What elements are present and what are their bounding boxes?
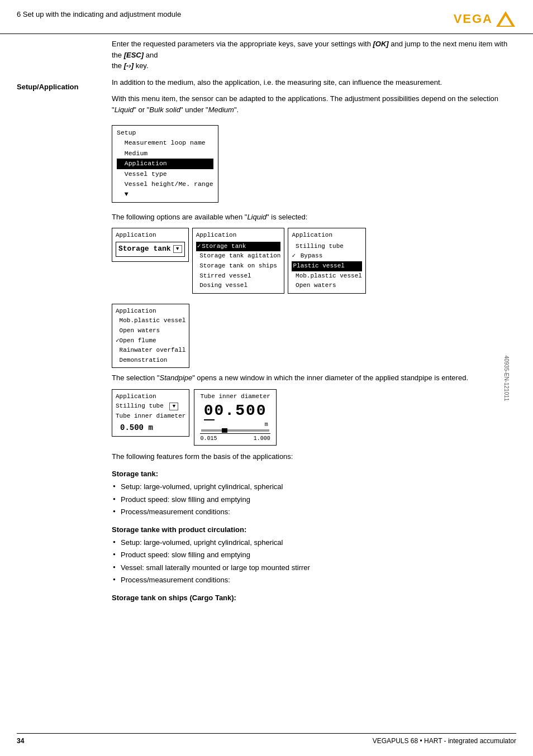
side-label-container: 40935-EN-121011 — [484, 112, 530, 644]
liquid-caption-label: Liquid — [247, 213, 266, 221]
tube-cursor: 0 — [204, 402, 215, 420]
app-panel-4-item-4[interactable]: Rainwater overfall — [116, 347, 185, 353]
sidebar-empty — [17, 39, 106, 77]
stilling-panel-left: Application Stilling tube ▼ Tube inner d… — [112, 389, 189, 437]
tube-diameter-panel: Tube inner diameter 00.500 m 0.015 1.000 — [194, 389, 276, 446]
app-panel-3-item-3[interactable]: Plastic vessel — [292, 261, 361, 271]
setup-menu-title: Setup — [117, 129, 136, 136]
app-panel-4-item-1[interactable]: Mob.plastic vessel — [116, 317, 185, 324]
stilling-dropdown-arrow-icon[interactable]: ▼ — [169, 403, 178, 410]
app-panel-3: Application Stilling tube Bypass Plastic… — [288, 228, 365, 294]
setup-menu-item-5: Vessel height/Me. range — [117, 180, 213, 188]
app-panel-3-item-1[interactable]: Stilling tube — [292, 242, 361, 252]
intro-paragraph: Enter the requested parameters via the a… — [112, 39, 516, 71]
app-panel-3-item-5[interactable]: Open waters — [292, 281, 361, 291]
stilling-dropdown-value: Stilling tube — [116, 403, 164, 409]
setup-p2-or: " or " — [134, 106, 149, 114]
setup-p2-under: " under " — [180, 106, 208, 114]
intro-text-before: Enter the requested parameters via the a… — [112, 40, 373, 48]
app-panel-2-item-1[interactable]: Storage tank — [196, 242, 281, 252]
bulk-solid-ref: Bulk solid — [149, 106, 180, 114]
app-panel-4-title: Application — [116, 307, 185, 317]
logo-icon — [495, 10, 516, 28]
storage-tank-heading: Storage tank: — [112, 470, 516, 478]
intro-and: and — [144, 51, 158, 59]
storage-tank-circ-bullet-1: Setup: large-volumed, upright cylindrica… — [112, 537, 516, 548]
stilling-tube-value: 0.500 m — [116, 422, 185, 434]
setup-menu-item-4: Vessel type — [117, 170, 167, 178]
tube-max: 1.000 — [254, 436, 270, 442]
tube-slider-thumb[interactable] — [222, 428, 227, 433]
setup-menu-item-1: Measurement loop name — [117, 139, 206, 146]
intro-text-block: Enter the requested parameters via the a… — [106, 39, 516, 77]
dropdown-arrow-icon[interactable]: ▼ — [173, 245, 182, 253]
tube-diameter-value: 00.500 — [200, 402, 270, 419]
tube-slider-track[interactable] — [201, 429, 269, 432]
app-panel-3-title: Application — [292, 231, 361, 241]
app-panel-2-title: Application — [196, 231, 281, 241]
setup-p2: With this menu item, the sensor can be a… — [112, 93, 516, 115]
storage-tank-bullet-1: Setup: large-volumed, upright cylindrica… — [112, 481, 516, 492]
logo-container: VEGA — [454, 10, 516, 28]
standpipe-after: " opens a new window in which the inner … — [192, 374, 468, 382]
setup-p1: In addition to the medium, also the appl… — [112, 77, 516, 88]
storage-tank-bullet-3: Process/measurement conditions: — [112, 506, 516, 518]
storage-tank-circ-bullet-3: Vessel: small laterally mounted or large… — [112, 562, 516, 573]
app-panel-1-value: Storage tank — [118, 243, 171, 255]
stilling-row: Application Stilling tube ▼ Tube inner d… — [112, 389, 516, 446]
ok-key: [OK] — [373, 40, 389, 48]
logo-text: VEGA — [454, 12, 493, 26]
app-panel-1-title: Application — [116, 231, 185, 241]
app-panel-4-item-2[interactable]: Open waters — [116, 327, 160, 334]
app-panel-4: Application Mob.plastic vessel Open wate… — [112, 304, 189, 369]
app-panel-2-item-2[interactable]: Storage tank agitation — [196, 251, 281, 261]
app-panel-4-item-5[interactable]: Demonstration — [116, 357, 167, 363]
setup-application-content: In addition to the medium, also the appl… — [106, 77, 516, 605]
liquid-caption: The following options are available when… — [112, 212, 516, 223]
page-number: 34 — [17, 737, 24, 745]
app-panel-1: Application Storage tank ▼ — [112, 228, 189, 261]
storage-tank-circ-bullets: Setup: large-volumed, upright cylindrica… — [112, 537, 516, 586]
tube-diameter-title: Tube inner diameter — [200, 393, 270, 400]
intro-section: Enter the requested parameters via the a… — [0, 39, 533, 77]
storage-tank-bullet-2: Product speed: slow filling and emptying — [112, 494, 516, 505]
esc-key: [ESC] — [124, 51, 144, 59]
standpipe-text: The selection "Standpipe" opens a new wi… — [112, 372, 516, 384]
liquid-ref: Liquid — [115, 106, 134, 114]
app-panel-4-item-3[interactable]: ✓Open flume — [116, 337, 156, 344]
setup-menu-box: Setup Measurement loop name Medium Appli… — [112, 125, 218, 203]
tube-min: 0.015 — [200, 436, 217, 442]
stilling-dropdown[interactable]: Stilling tube ▼ — [116, 401, 185, 412]
app-panel-1-dropdown[interactable]: Storage tank ▼ — [116, 242, 185, 257]
chapter-title: 6 Set up with the indicating and adjustm… — [17, 10, 181, 18]
storage-tank-circ-heading: Storage tanke with product circulation: — [112, 525, 516, 534]
app-panel-3-item-2[interactable]: Bypass — [292, 251, 361, 261]
app-panel-2-item-5[interactable]: Dosing vessel — [196, 281, 281, 291]
stilling-panel-title: Application — [116, 392, 185, 402]
app-panel-3-item-4[interactable]: Mob.plastic vessel — [292, 271, 361, 281]
setup-p2-end: ". — [234, 106, 239, 114]
intro-text-the: the — [112, 61, 124, 70]
liquid-caption-before: The following options are available when… — [112, 213, 247, 221]
app-panel-2-item-4[interactable]: Stirred vessel — [196, 271, 281, 281]
page-footer: 34 VEGAPULS 68 • HART - integrated accum… — [17, 733, 516, 745]
storage-tank-circ-bullet-2: Product speed: slow filling and emptying — [112, 549, 516, 561]
stilling-tube-label: Tube inner diameter — [116, 412, 185, 422]
storage-tank-bullets: Setup: large-volumed, upright cylindrica… — [112, 481, 516, 518]
app-panel-2-item-3[interactable]: Storage tank on ships — [196, 261, 281, 271]
tube-value-rest: 0.500 — [215, 402, 267, 419]
intro-key-suffix: key. — [134, 61, 149, 70]
standpipe-before: The selection " — [112, 374, 160, 382]
setup-application-section: Setup/Application In addition to the med… — [0, 77, 533, 605]
cargo-tank-heading: Storage tank on ships (Cargo Tank): — [112, 594, 516, 602]
app-panel-2: Application Storage tank Storage tank ag… — [192, 228, 285, 294]
medium-ref: Medium — [208, 106, 234, 114]
setup-menu-item-2: Medium — [117, 150, 147, 157]
page-header: 6 Set up with the indicating and adjustm… — [0, 0, 533, 34]
storage-tank-circ-bullet-4: Process/measurement conditions: — [112, 575, 516, 586]
arrow-key: [-›] — [124, 61, 134, 70]
sidebar-setup-application: Setup/Application — [17, 77, 106, 605]
setup-menu-arrow: ▼ — [117, 190, 129, 198]
setup-menu-item-3-selected: Application — [117, 159, 213, 169]
page: 6 Set up with the indicating and adjustm… — [0, 0, 533, 756]
